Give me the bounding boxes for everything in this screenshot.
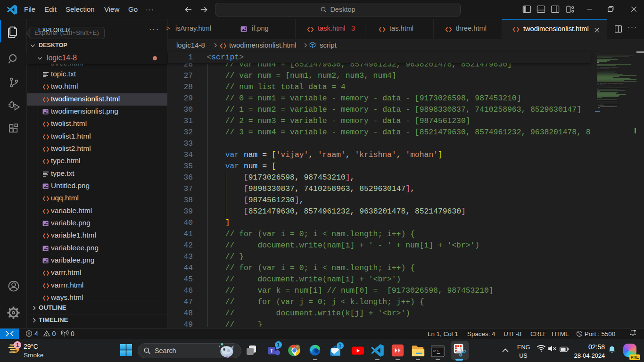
- svg-text:C:\: C:\: [433, 349, 439, 353]
- svg-text:T: T: [270, 348, 273, 354]
